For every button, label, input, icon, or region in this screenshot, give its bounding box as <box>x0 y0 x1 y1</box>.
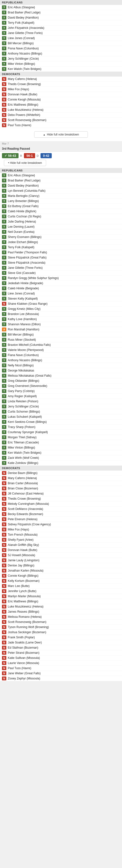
member-name: Neil Duram (Eureka) <box>8 230 34 234</box>
vote-badge: Y <box>2 430 6 434</box>
member-row: NJonathan Karlen (Missoula) <box>0 568 122 573</box>
member-name: Amy Regier (Kalispell) <box>8 395 37 398</box>
member-row: YKatie Zolnikov (Billings) <box>0 461 122 466</box>
vote-badge: Y <box>2 215 6 218</box>
r-val: 56-1 <box>26 154 33 157</box>
vote-badge: N <box>2 604 6 609</box>
vote-badge: Y <box>2 194 6 198</box>
member-name: Ed Buttrey (Great Falls) <box>8 205 39 208</box>
member-row: NThedis Crowe (Browning) <box>0 496 122 501</box>
vote-badge: N <box>2 92 6 96</box>
member-name: Kerri Seekins-Crowe (Billings) <box>8 420 47 424</box>
vote-badge: Y <box>2 440 6 444</box>
member-row: YJerry Schillinger (Circle) <box>0 404 122 409</box>
member-name: Larry Brewster (Billings) <box>8 199 39 203</box>
vote-badge: N <box>2 599 6 603</box>
vote-badge: N <box>2 492 6 496</box>
member-row: YRandyn Gregg (White Sulphur Springs) <box>0 276 122 281</box>
vote-badge: N <box>2 528 6 531</box>
vote-badge: Y <box>2 364 6 367</box>
vote-badge: N <box>2 651 6 655</box>
member-row: NMarilyn Marler (Missoula) <box>0 594 122 599</box>
member-row: YSherry Essmann (Billings) <box>0 235 122 240</box>
member-name: Jonathan Karlen (Missoula) <box>8 569 43 572</box>
vote-badge: N <box>2 487 6 490</box>
vote-badge: N <box>2 563 6 567</box>
member-name: Valerie Moore (Plentywood) <box>8 348 44 352</box>
vote-badge: N <box>2 558 6 562</box>
member-name: Debo Powers (Whitefish) <box>8 113 40 117</box>
member-row: NJennifer Lynch (Butte) <box>0 589 122 594</box>
vote-badge: N <box>2 584 6 588</box>
total-yeas-badge: ✓ 56-43 <box>2 153 18 158</box>
vote-badge: Y <box>2 435 6 439</box>
member-name: Mary Caferro (Helena) <box>8 476 37 480</box>
democrats-header-main: DEMOCRATS <box>0 466 122 471</box>
member-row: YTerry Folk (Kalispell) <box>0 245 122 250</box>
member-row: YKen Walsh (Twin Bridges) <box>0 450 122 456</box>
member-row: NJane Weber (Great Falls) <box>0 671 122 676</box>
member-name: Bill Mercer (Billings) <box>8 41 34 45</box>
member-name: Greg Oblander (Billings) <box>8 379 39 382</box>
vote-badge: N <box>2 630 6 634</box>
member-name: Donovan Hawk (Butte) <box>8 93 37 96</box>
member-row: YShannon Maness (Dillon) <box>0 322 122 327</box>
vote-badge: Y <box>2 348 6 352</box>
member-row: NAlanah Griffith (Big Sky) <box>0 542 122 548</box>
hide-vote-breakdown-button[interactable]: • Hide full vote breakdown <box>4 160 46 166</box>
member-name: Eric Tilleman (Cascade) <box>8 441 39 444</box>
hide-vote-breakdown-button-top[interactable]: ▲ Hide full vote breakdown <box>34 131 88 138</box>
member-row: NMarc Lee (Butte) <box>0 584 122 589</box>
member-name: Melissa Romano (Helena) <box>8 615 42 619</box>
vote-badge: N <box>2 108 6 112</box>
vote-badge: Y <box>2 52 6 56</box>
member-row: NDonovan Hawk (Butte) <box>0 548 122 553</box>
republican-votes-badge: 56-1 <box>24 153 35 158</box>
member-row: NJill Cohenour (East Helena) <box>0 491 122 496</box>
member-name: Luke Muszkiewicz (Helena) <box>8 605 43 608</box>
reading-title: 3rd Reading Passed <box>2 147 30 150</box>
vote-badge: N <box>2 497 6 501</box>
member-name: Tom French (Missoula) <box>8 533 38 536</box>
member-name: Jane Gillette (Three Forks) <box>8 31 43 35</box>
member-row: YLarry Brewster (Billings) <box>0 198 122 204</box>
vote-badge: Y <box>2 291 6 296</box>
vote-badge: Y <box>2 57 6 61</box>
vote-badge: Y <box>2 184 6 188</box>
member-row: NScott Rosenzweig (Bozeman) <box>0 620 122 625</box>
member-name: Shane Klakken (Grass Range) <box>8 302 48 306</box>
member-name: Brandon Lee (Missoula) <box>8 312 39 316</box>
member-name: Joshua Seckinger (Bozeman) <box>8 630 46 634</box>
vote-badge: N <box>2 512 6 516</box>
member-row: NSidney Fitzpatrick (Crow Agency) <box>0 522 122 527</box>
top-democrats-list: NMary Caferro (Helena)NThedis Crowe (Bro… <box>0 76 122 128</box>
vote-badge: N <box>2 82 6 86</box>
member-name: Tyson Running Wolf (Browning) <box>8 625 49 629</box>
member-name: Tracy Sharp (Polson) <box>8 425 35 429</box>
vote-badge: N <box>2 671 6 675</box>
member-name: Laurie Vance (Missoula) <box>8 661 39 665</box>
member-row: YMike Vinton (Billings) <box>0 445 122 450</box>
member-row: YMike Vinton (Billings) <box>0 61 122 66</box>
member-row: YCurtis Schomer (Billings) <box>0 409 122 414</box>
toggle-label-top: Hide full vote breakdown <box>47 133 79 136</box>
member-name: Alanah Griffith (Big Sky) <box>8 543 39 547</box>
member-name: Mary Caferro (Helena) <box>8 77 37 81</box>
vote-badge: Y <box>2 266 6 270</box>
member-row: NEric Matthews (Billings) <box>0 599 122 604</box>
d-val: 0-42 <box>43 154 49 157</box>
member-row: YCourtenay Sprunger (Kalispell) <box>0 430 122 435</box>
vote-badge: N <box>2 625 6 629</box>
vote-badge: Y <box>2 16 6 20</box>
vote-badge: Y <box>2 405 6 408</box>
hide-vote-btn-container: • Hide full vote breakdown <box>2 160 120 166</box>
member-name: Eric Matthews (Billings) <box>8 103 38 106</box>
vote-badge: N <box>2 579 6 583</box>
member-row: NDebo Powers (Whitefish) <box>0 113 122 118</box>
member-name: David Bedey (Hamilton) <box>8 16 39 19</box>
vote-badge: Y <box>2 209 6 213</box>
vote-badge: N <box>2 481 6 485</box>
member-row: NDonovan Hawk (Butte) <box>0 92 122 97</box>
republicans-header-main: REPUBLICANS <box>0 168 122 173</box>
member-name: Connie Keogh (Billings) <box>8 574 38 578</box>
